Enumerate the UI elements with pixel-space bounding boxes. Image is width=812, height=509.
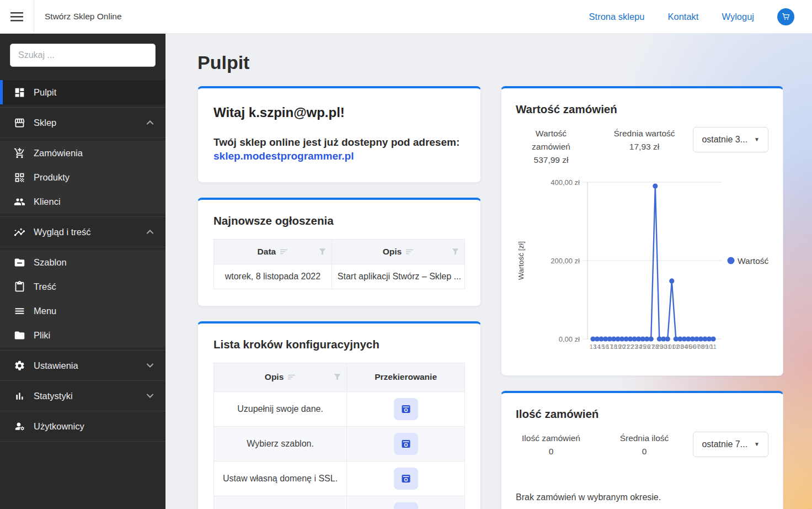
sidebar-item-tresc[interactable]: Treść	[0, 274, 165, 299]
filter-icon[interactable]	[452, 248, 459, 255]
column-header-0[interactable]: Data	[214, 239, 332, 264]
dashboard-icon	[13, 86, 25, 98]
order-count-average: 0	[642, 447, 647, 456]
sidebar-item-produkty[interactable]: Produkty	[0, 165, 165, 189]
count-range-dropdown[interactable]: ostatnie 7... ▼	[693, 432, 768, 457]
sidebar-item-uzytkownicy[interactable]: Użytkownicy	[0, 414, 165, 438]
menu-lines-icon	[13, 305, 25, 317]
column-label: Przekierowanie	[375, 372, 437, 382]
hamburger-menu-button[interactable]	[0, 0, 34, 33]
contact-link[interactable]: Kontakt	[667, 12, 698, 22]
account-avatar[interactable]	[777, 8, 794, 25]
shop-page-link[interactable]: Strona sklepu	[589, 12, 645, 22]
svg-text:0,00 zł: 0,00 zł	[559, 335, 580, 343]
order-count-stat: Ilość zamówień 0	[517, 432, 585, 458]
sort-icon[interactable]	[280, 249, 288, 254]
step-description: Wybierz szablon.	[214, 426, 347, 461]
sidebar-divider	[0, 350, 165, 351]
storefront-icon	[13, 116, 25, 129]
sidebar-item-wyglad-i-tresc[interactable]: Wygląd i treść	[0, 220, 165, 244]
order-value-stat: Wartość zamówień 537,99 zł	[517, 127, 585, 167]
sidebar-divider	[0, 380, 165, 381]
cart-plus-icon	[13, 147, 25, 159]
svg-text:Wartość [zł]: Wartość [zł]	[517, 241, 525, 280]
preview-button[interactable]	[394, 433, 418, 455]
filter-icon[interactable]	[334, 374, 341, 381]
welcome-card: Witaj k.szpin@wp.pl! Twój sklep online j…	[197, 86, 481, 183]
sidebar-item-klienci[interactable]: Klienci	[0, 189, 165, 214]
logout-link[interactable]: Wyloguj	[722, 12, 754, 22]
step-redirect-cell	[347, 391, 465, 426]
sidebar-item-label: Produkty	[34, 172, 70, 183]
order-value-card: Wartość zamówień Wartość zamówień 537,99…	[501, 86, 783, 376]
preview-button[interactable]	[394, 468, 418, 490]
svg-text:11: 11	[710, 343, 717, 350]
sidebar-item-menu[interactable]: Menu	[0, 299, 165, 323]
svg-text:200,00 zł: 200,00 zł	[551, 257, 580, 265]
sidebar-item-statystyki[interactable]: Statystyki	[0, 384, 165, 408]
orders-value-chart: 400,00 zł200,00 zł0,00 złWartość [zł]131…	[516, 173, 768, 359]
sidebar-item-label: Statystyki	[34, 391, 73, 401]
sidebar-divider	[0, 216, 165, 217]
steps-card: Lista kroków konfiguracyjnych OpisPrzeki…	[197, 321, 481, 509]
orders-value-chart-svg: 400,00 zł200,00 zł0,00 złWartość [zł]131…	[516, 173, 770, 357]
order-count-card: Ilość zamówień Ilość zamówień 0 Średnia …	[501, 391, 783, 509]
search-input[interactable]	[10, 44, 156, 67]
sidebar-item-pulpit[interactable]: Pulpit	[0, 80, 165, 104]
shop-url-link[interactable]: sklep.modestprogrammer.pl	[213, 150, 354, 162]
qr-code-icon	[13, 171, 25, 183]
gear-icon	[13, 359, 25, 372]
sidebar-item-label: Pliki	[34, 330, 50, 341]
sidebar-item-szablon[interactable]: Szablon	[0, 250, 165, 274]
preview-button[interactable]	[394, 502, 418, 509]
sort-icon[interactable]	[288, 374, 296, 380]
app-title: Stwórz Sklep Online	[34, 12, 122, 22]
chevron-down-icon: ▼	[754, 137, 760, 142]
sidebar-item-label: Użytkownicy	[34, 421, 84, 432]
step-description: Ustaw własną domenę i SSL.	[214, 461, 347, 496]
value-range-dropdown[interactable]: ostatnie 3... ▼	[693, 127, 768, 152]
preview-icon	[400, 473, 412, 484]
preview-icon	[400, 404, 412, 415]
table-cell: Start aplikacji Stwórz – Sklep ...	[332, 264, 464, 289]
table-row: Wybierz szablon.	[214, 426, 465, 461]
column-label: Data	[258, 247, 276, 257]
order-count-total: 0	[549, 447, 554, 456]
insights-icon	[13, 226, 25, 238]
order-count-average-stat: Średnia ilość 0	[603, 432, 686, 458]
sidebar-item-pliki[interactable]: Pliki	[0, 323, 165, 347]
announcements-title: Najnowsze ogłoszenia	[213, 214, 465, 227]
column-label: Opis	[265, 372, 284, 382]
step-redirect-cell	[347, 496, 465, 509]
page-title: Pulpit	[197, 52, 812, 73]
chevron-down-icon: ▼	[754, 442, 760, 447]
column-header-0[interactable]: Opis	[214, 363, 347, 391]
preview-button[interactable]	[394, 398, 418, 420]
sidebar-item-zamowienia[interactable]: Zamówienia	[0, 141, 165, 165]
sidebar-divider	[0, 107, 165, 108]
folder-icon	[13, 329, 25, 341]
sort-icon[interactable]	[406, 249, 414, 254]
step-description: Uzupełnij swoje dane.	[214, 391, 347, 426]
sidebar-item-ustawienia[interactable]: Ustawienia	[0, 353, 165, 378]
chevron-up-icon	[147, 230, 153, 234]
step-description: Dostosuj treści wyświetlane ...	[214, 496, 347, 509]
order-value-title: Wartość zamówień	[516, 103, 768, 116]
step-redirect-cell	[347, 426, 465, 461]
sidebar-item-label: Zamówienia	[34, 148, 83, 158]
sidebar-item-label: Klienci	[34, 197, 61, 207]
chevron-down-icon	[147, 363, 153, 368]
sidebar-item-sklep[interactable]: Sklep	[0, 110, 165, 135]
sidebar: PulpitSklepZamówieniaProduktyKlienciWygl…	[0, 33, 165, 509]
order-value-average-stat: Średnia wartość 17,93 zł	[603, 127, 686, 153]
sidebar-item-label: Szablon	[34, 257, 67, 268]
welcome-title: Witaj k.szpin@wp.pl!	[213, 105, 465, 120]
order-count-title: Ilość zamówień	[516, 407, 768, 421]
folder-snippet-icon	[13, 256, 25, 268]
column-header-1[interactable]: Przekierowanie	[347, 363, 465, 391]
announcements-table: DataOpiswtorek, 8 listopada 2022Start ap…	[213, 239, 465, 289]
legend-label: Wartość	[738, 256, 769, 266]
filter-icon[interactable]	[319, 248, 326, 255]
column-header-1[interactable]: Opis	[332, 239, 464, 264]
sidebar-item-label: Sklep	[34, 118, 56, 128]
